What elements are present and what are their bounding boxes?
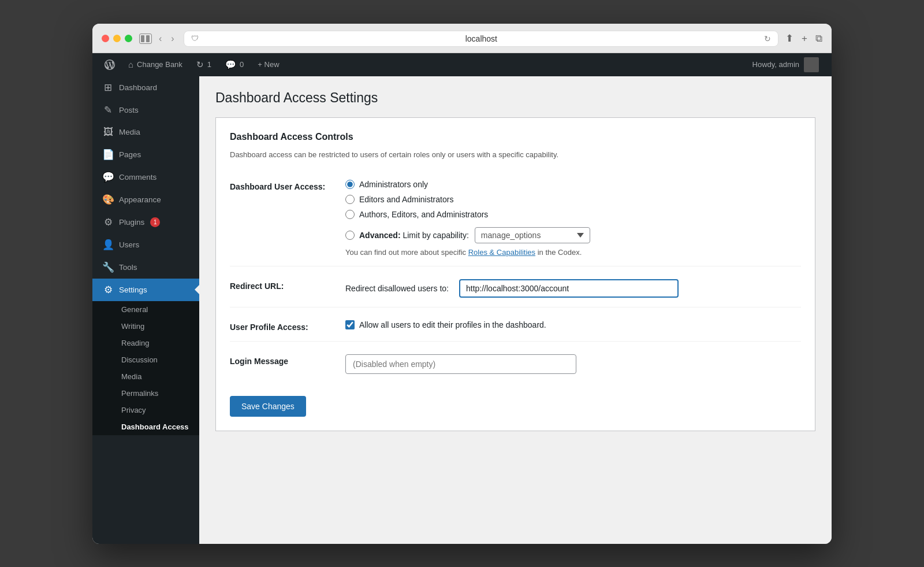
radio-admins-only-label: Administrators only [359, 180, 428, 189]
tabs-icon[interactable]: ⧉ [815, 33, 822, 45]
radio-editors-admins-label: Editors and Administrators [359, 195, 453, 204]
posts-icon: ✎ [102, 104, 114, 116]
redirect-url-field: Redirect disallowed users to: [345, 279, 801, 298]
submenu-item-discussion[interactable]: Discussion [92, 351, 199, 368]
submenu-item-privacy[interactable]: Privacy [92, 402, 199, 418]
sidebar-label-tools: Tools [119, 263, 137, 272]
submenu-item-writing[interactable]: Writing [92, 318, 199, 335]
section-desc: Dashboard access can be restricted to us… [230, 149, 801, 161]
sidebar-arrow [195, 285, 199, 294]
admin-bar-new[interactable]: + New [251, 53, 286, 76]
user-profile-checkbox[interactable] [345, 320, 355, 329]
roles-capabilities-link[interactable]: Roles & Capabilities [468, 248, 535, 257]
pages-icon: 📄 [102, 149, 114, 161]
sidebar-item-tools[interactable]: 🔧 Tools [92, 256, 199, 279]
radio-advanced-input[interactable] [345, 231, 355, 240]
plugins-icon: ⚙ [102, 216, 114, 228]
new-tab-icon[interactable]: + [802, 33, 807, 45]
sidebar-item-pages[interactable]: 📄 Pages [92, 143, 199, 166]
radio-admins-only-input[interactable] [345, 180, 355, 189]
wp-admin-bar: ⌂ Change Bank ↻ 1 💬 0 + New Howdy, admin [92, 53, 832, 76]
submenu-item-media[interactable]: Media [92, 368, 199, 385]
radio-advanced[interactable]: Advanced: Limit by capability: [345, 231, 469, 240]
radio-editors-admins-input[interactable] [345, 195, 355, 204]
appearance-icon: 🎨 [102, 194, 114, 206]
sidebar-item-posts[interactable]: ✎ Posts [92, 99, 199, 121]
radio-authors-editors-admins-input[interactable] [345, 210, 355, 219]
address-bar[interactable]: 🛡 localhost ↻ [184, 31, 778, 47]
sidebar-label-pages: Pages [119, 150, 141, 159]
settings-section: Dashboard Access Controls Dashboard acce… [215, 117, 815, 432]
radio-admins-only[interactable]: Administrators only [345, 180, 801, 189]
sidebar-label-posts: Posts [119, 106, 139, 114]
reload-button[interactable]: ↻ [764, 34, 771, 43]
page-title: Dashboard Access Settings [215, 90, 815, 106]
shield-icon: 🛡 [191, 34, 199, 43]
forward-button[interactable]: › [169, 32, 176, 45]
radio-authors-editors-admins[interactable]: Authors, Editors, and Administrators [345, 210, 801, 219]
wp-logo[interactable] [98, 53, 121, 76]
updates-count: 1 [207, 60, 211, 69]
sidebar-item-users[interactable]: 👤 Users [92, 234, 199, 256]
browser-controls: ‹ › [139, 32, 177, 45]
dashboard-user-access-label: Dashboard User Access: [230, 180, 345, 191]
howdy-text: Howdy, admin [752, 60, 799, 69]
divider [230, 266, 801, 266]
dashboard-icon: ⊞ [102, 81, 114, 94]
submenu-item-general[interactable]: General [92, 301, 199, 318]
advanced-label: Advanced: Limit by capability: [359, 231, 469, 240]
sidebar-item-settings[interactable]: ⚙ Settings [92, 279, 199, 301]
sidebar-label-plugins: Plugins [119, 218, 144, 227]
submenu-item-reading[interactable]: Reading [92, 335, 199, 351]
user-profile-checkbox-label[interactable]: Allow all users to edit their profiles i… [345, 320, 801, 329]
minimize-button[interactable] [113, 35, 121, 42]
browser-chrome: ‹ › 🛡 localhost ↻ ⬆ + ⧉ [92, 24, 832, 53]
media-icon: 🖼 [102, 127, 114, 138]
user-profile-access-field: Allow all users to edit their profiles i… [345, 320, 801, 329]
dashboard-user-access-field: Administrators only Editors and Administ… [345, 180, 801, 257]
sidebar-toggle-button[interactable] [139, 34, 152, 44]
home-icon: ⌂ [128, 60, 133, 69]
radio-authors-editors-admins-label: Authors, Editors, and Administrators [359, 210, 488, 219]
capability-select[interactable]: manage_options [475, 227, 590, 243]
sidebar-label-comments: Comments [119, 173, 157, 181]
login-message-row: Login Message [230, 347, 801, 381]
share-icon[interactable]: ⬆ [785, 32, 793, 45]
sidebar-label-media: Media [119, 128, 140, 136]
site-name: Change Bank [137, 60, 182, 69]
comments-count: 0 [240, 60, 244, 69]
sidebar-item-media[interactable]: 🖼 Media [92, 121, 199, 143]
login-message-field [345, 354, 801, 374]
submenu-item-permalinks[interactable]: Permalinks [92, 385, 199, 402]
sidebar-item-plugins[interactable]: ⚙ Plugins 1 [92, 211, 199, 234]
redirect-url-input[interactable] [459, 279, 679, 298]
url-display: localhost [203, 34, 759, 43]
save-changes-button[interactable]: Save Changes [230, 396, 306, 417]
radio-editors-admins[interactable]: Editors and Administrators [345, 195, 801, 204]
advanced-strong: Advanced: [359, 231, 401, 240]
sidebar-item-dashboard[interactable]: ⊞ Dashboard [92, 76, 199, 99]
sidebar-item-comments[interactable]: 💬 Comments [92, 166, 199, 188]
admin-bar-comments[interactable]: 💬 0 [218, 53, 251, 76]
updates-icon: ↻ [196, 60, 204, 70]
settings-icon: ⚙ [102, 284, 114, 296]
back-button[interactable]: ‹ [157, 32, 164, 45]
login-message-input[interactable] [345, 354, 576, 374]
sidebar-item-appearance[interactable]: 🎨 Appearance [92, 188, 199, 211]
wp-main: ⊞ Dashboard ✎ Posts 🖼 Media 📄 Pages 💬 Co… [92, 76, 832, 544]
user-profile-checkbox-text: Allow all users to edit their profiles i… [359, 320, 546, 329]
admin-bar-updates[interactable]: ↻ 1 [189, 53, 218, 76]
close-button[interactable] [102, 35, 109, 42]
comments-icon: 💬 [225, 60, 236, 70]
divider2 [230, 307, 801, 307]
wp-sidebar: ⊞ Dashboard ✎ Posts 🖼 Media 📄 Pages 💬 Co… [92, 76, 199, 544]
admin-bar-site[interactable]: ⌂ Change Bank [121, 53, 189, 76]
wp-content: Dashboard Access Settings Dashboard Acce… [199, 76, 832, 544]
plugins-badge: 1 [150, 217, 160, 227]
user-profile-access-label: User Profile Access: [230, 320, 345, 332]
new-label: + New [258, 60, 279, 69]
login-message-label: Login Message [230, 354, 345, 366]
submenu-item-dashboard-access[interactable]: Dashboard Access [92, 418, 199, 435]
admin-bar-howdy[interactable]: Howdy, admin [746, 57, 826, 72]
maximize-button[interactable] [125, 35, 132, 42]
